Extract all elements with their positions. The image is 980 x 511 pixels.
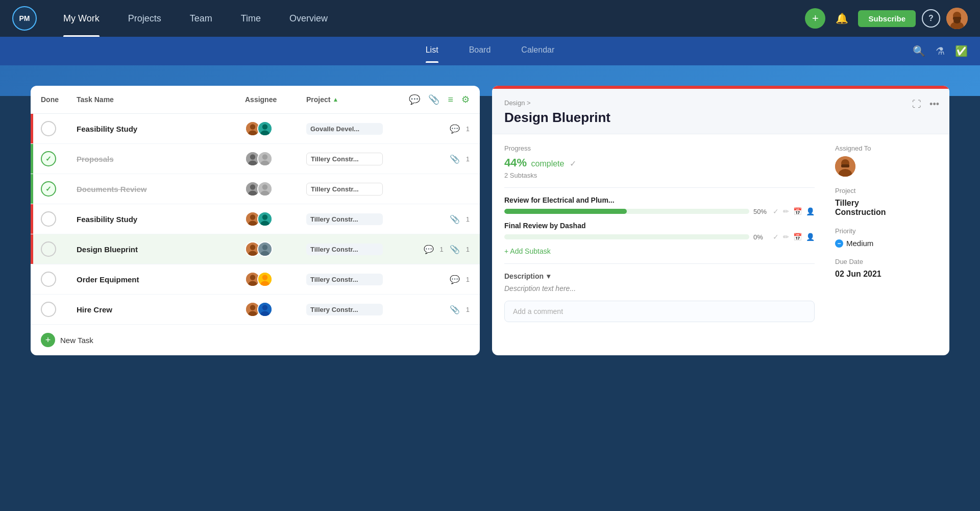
progress-row: 44% complete ✓ (504, 156, 815, 169)
main-content: Done Task Name Assignee Project ▲ 💬 📎 ≡ … (0, 96, 980, 376)
logo-text: PM (19, 14, 30, 22)
comment-icon: 💬 (450, 275, 460, 284)
attachment-icon: 📎 (450, 245, 460, 254)
detail-section: Progress 44% complete ✓ 2 Subtasks Revie… (504, 144, 937, 322)
project-tag: Tillery Constr... (306, 183, 383, 196)
avatar (257, 272, 273, 287)
settings-header-icon[interactable]: ⚙ (461, 94, 470, 105)
progress-percent: 44% (504, 156, 527, 169)
task-row[interactable]: Design Blueprint Tillery Constr... 💬 1 📎… (31, 234, 480, 264)
subtask-bar-fill (504, 209, 627, 214)
project-tag: Tillery Constr... (306, 274, 383, 285)
description-text: Description text here... (504, 284, 815, 293)
project-tag: Tillery Constr... (306, 304, 383, 315)
task-name: Design Blueprint (77, 245, 245, 254)
expand-icon[interactable]: ⛶ (912, 99, 921, 110)
notification-bell[interactable]: 🔔 (831, 8, 852, 29)
subscribe-button[interactable]: Subscribe (858, 10, 916, 27)
subtask-bar-wrap: 50% ✓ ✏ 📅 👤 (504, 207, 815, 215)
more-options-icon[interactable]: ••• (929, 99, 939, 110)
task-row[interactable]: Feasibility Study Tillery Constr... 📎 1 (31, 204, 480, 234)
row-actions: 📎 1 (388, 305, 470, 314)
nav-my-work[interactable]: My Work (49, 0, 114, 37)
subtask-bar-bg (504, 234, 749, 239)
comment-input[interactable]: Add a comment (504, 301, 815, 322)
nav-time[interactable]: Time (227, 0, 275, 37)
new-task-row[interactable]: + New Task (31, 325, 480, 355)
done-checkbox[interactable]: ✓ (41, 151, 56, 166)
avatar (257, 241, 273, 257)
avatar (257, 181, 273, 197)
svg-point-12 (250, 154, 255, 159)
avatar (257, 211, 273, 227)
help-button[interactable]: ? (922, 9, 940, 28)
svg-point-24 (250, 214, 255, 220)
subtask-check-icon[interactable]: ✓ (773, 207, 779, 215)
task-name: Feasibility Study (77, 125, 245, 133)
comment-count: 1 (466, 276, 470, 283)
assignee-avatars (245, 302, 306, 317)
subtask-actions: ✓ ✏ 📅 👤 (773, 233, 815, 241)
priority-meta-value: − Medium (835, 239, 937, 248)
svg-point-30 (250, 245, 255, 250)
done-checkbox[interactable] (41, 211, 56, 227)
filter-icon[interactable]: ⚗ (936, 45, 945, 57)
tab-list[interactable]: List (426, 45, 438, 57)
attachment-icon: 📎 (450, 154, 460, 164)
tab-board[interactable]: Board (469, 45, 491, 57)
attachment-header-icon: 📎 (428, 94, 439, 105)
detail-header: Design > Design Blueprint ⛶ ••• (492, 89, 949, 134)
nav-team[interactable]: Team (176, 0, 227, 37)
add-subtask-button[interactable]: + Add Subtask (504, 247, 551, 255)
task-row[interactable]: Feasibility Study Govalle Devel... 💬 1 (31, 114, 480, 144)
col-header-task: Task Name (77, 95, 245, 104)
done-checkbox[interactable] (41, 302, 56, 317)
task-row[interactable]: Order Equipment Tillery Constr... 💬 1 (31, 264, 480, 295)
done-checkbox[interactable]: ✓ (41, 181, 56, 197)
done-checkbox[interactable] (41, 121, 56, 136)
task-name: Proposals (77, 155, 245, 163)
attachment-count: 1 (466, 215, 470, 223)
logo[interactable]: PM (12, 6, 37, 31)
done-checkbox[interactable] (41, 272, 56, 287)
task-name: Documents Review (77, 185, 245, 193)
subtask-edit-icon[interactable]: ✏ (783, 207, 789, 215)
search-icon[interactable]: 🔍 (913, 45, 925, 57)
comment-icon: 💬 (424, 245, 434, 254)
task-row[interactable]: ✓ Documents Review Tillery Constr... (31, 174, 480, 204)
done-checkbox[interactable] (41, 241, 56, 257)
project-tag: Tillery Constr... (306, 153, 383, 165)
detail-right: Assigned To Project TilleryConstruction (835, 144, 937, 322)
task-row[interactable]: Hire Crew Tillery Constr... 📎 1 (31, 295, 480, 325)
subtask-edit-icon[interactable]: ✏ (783, 233, 789, 241)
new-task-button[interactable]: + (41, 333, 55, 347)
attachment-count: 1 (466, 155, 470, 163)
complete-icon[interactable]: ✅ (955, 45, 968, 57)
progress-complete: complete (531, 159, 565, 168)
row-accent (31, 204, 33, 234)
assignee-avatars (245, 151, 306, 166)
avatar (257, 302, 273, 317)
subtask-calendar-icon[interactable]: 📅 (793, 207, 802, 215)
user-avatar[interactable] (946, 8, 968, 29)
col-header-project[interactable]: Project ▲ (306, 95, 388, 104)
task-name: Feasibility Study (77, 215, 245, 224)
progress-check-icon: ✓ (570, 159, 576, 168)
nav-overview[interactable]: Overview (275, 0, 342, 37)
description-toggle[interactable]: Description ▾ (504, 272, 815, 280)
new-task-label: New Task (60, 336, 93, 345)
subtask-assign-icon[interactable]: 👤 (806, 233, 815, 241)
tab-calendar[interactable]: Calendar (521, 45, 554, 57)
project-meta-value: TilleryConstruction (835, 199, 937, 217)
nav-projects[interactable]: Projects (114, 0, 176, 37)
svg-point-9 (262, 124, 267, 129)
sort-header-icon: ≡ (448, 94, 453, 105)
comment-count: 1 (440, 246, 444, 253)
nav-links: My Work Projects Team Time Overview (49, 0, 342, 37)
subtask-calendar-icon[interactable]: 📅 (793, 233, 802, 241)
subtask-check-icon[interactable]: ✓ (773, 233, 779, 241)
task-row[interactable]: ✓ Proposals Tillery Constr... 📎 1 (31, 144, 480, 174)
add-button[interactable]: + (805, 8, 825, 29)
subtask-assign-icon[interactable]: 👤 (806, 207, 815, 215)
subtask-bar-label: 50% (753, 208, 769, 215)
